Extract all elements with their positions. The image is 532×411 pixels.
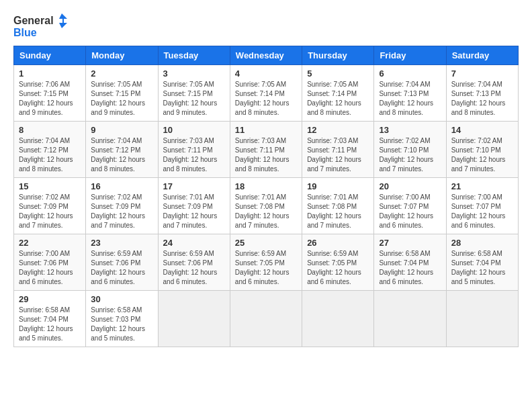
calendar-cell: 23Sunrise: 6:59 AMSunset: 7:06 PMDayligh… <box>86 234 158 290</box>
day-number: 29 <box>19 294 81 304</box>
calendar-cell: 22Sunrise: 7:00 AMSunset: 7:06 PMDayligh… <box>14 234 86 290</box>
calendar-cell: 24Sunrise: 6:59 AMSunset: 7:06 PMDayligh… <box>158 234 230 290</box>
day-info: Sunrise: 7:04 AMSunset: 7:13 PMDaylight:… <box>379 80 441 118</box>
calendar-cell: 19Sunrise: 7:01 AMSunset: 7:08 PMDayligh… <box>302 177 374 234</box>
calendar-cell: 13Sunrise: 7:02 AMSunset: 7:10 PMDayligh… <box>374 121 446 177</box>
day-info: Sunrise: 7:01 AMSunset: 7:08 PMDaylight:… <box>307 193 369 230</box>
day-number: 28 <box>451 238 513 248</box>
calendar-cell: 2Sunrise: 7:05 AMSunset: 7:15 PMDaylight… <box>86 64 158 121</box>
day-number: 27 <box>379 238 441 248</box>
day-number: 6 <box>379 68 441 79</box>
calendar-cell: 7Sunrise: 7:04 AMSunset: 7:13 PMDaylight… <box>446 64 518 121</box>
calendar-cell: 11Sunrise: 7:03 AMSunset: 7:11 PMDayligh… <box>230 121 302 177</box>
calendar-cell: 10Sunrise: 7:03 AMSunset: 7:11 PMDayligh… <box>158 121 230 177</box>
day-number: 4 <box>235 68 297 79</box>
day-number: 30 <box>91 294 152 304</box>
day-info: Sunrise: 6:59 AMSunset: 7:05 PMDaylight:… <box>307 249 369 287</box>
calendar-cell: 17Sunrise: 7:01 AMSunset: 7:09 PMDayligh… <box>158 177 230 234</box>
calendar-cell: 1Sunrise: 7:06 AMSunset: 7:15 PMDaylight… <box>14 64 86 121</box>
calendar-cell <box>374 290 446 347</box>
header-sunday: Sunday <box>14 46 86 64</box>
header-saturday: Saturday <box>446 46 518 64</box>
day-info: Sunrise: 7:04 AMSunset: 7:12 PMDaylight:… <box>19 136 81 174</box>
day-number: 17 <box>163 181 225 191</box>
day-number: 9 <box>91 125 152 135</box>
calendar-cell <box>230 290 302 347</box>
day-info: Sunrise: 7:04 AMSunset: 7:12 PMDaylight:… <box>91 136 152 174</box>
day-number: 12 <box>307 125 369 135</box>
day-info: Sunrise: 7:01 AMSunset: 7:08 PMDaylight:… <box>235 193 297 230</box>
calendar-cell: 15Sunrise: 7:02 AMSunset: 7:09 PMDayligh… <box>14 177 86 234</box>
day-info: Sunrise: 7:02 AMSunset: 7:10 PMDaylight:… <box>451 136 513 174</box>
day-info: Sunrise: 6:58 AMSunset: 7:03 PMDaylight:… <box>91 306 152 343</box>
calendar-cell: 4Sunrise: 7:05 AMSunset: 7:14 PMDaylight… <box>230 64 302 121</box>
day-info: Sunrise: 7:00 AMSunset: 7:07 PMDaylight:… <box>379 193 441 230</box>
logo-blue-text: Blue <box>13 27 67 39</box>
day-info: Sunrise: 6:59 AMSunset: 7:06 PMDaylight:… <box>91 249 152 287</box>
day-info: Sunrise: 7:03 AMSunset: 7:11 PMDaylight:… <box>307 136 369 174</box>
day-number: 15 <box>19 181 81 191</box>
day-info: Sunrise: 7:03 AMSunset: 7:11 PMDaylight:… <box>163 136 225 174</box>
day-info: Sunrise: 7:06 AMSunset: 7:15 PMDaylight:… <box>19 80 81 118</box>
calendar-cell: 29Sunrise: 6:58 AMSunset: 7:04 PMDayligh… <box>14 290 86 347</box>
day-info: Sunrise: 7:01 AMSunset: 7:09 PMDaylight:… <box>163 193 225 230</box>
day-number: 22 <box>19 238 81 248</box>
calendar-cell: 26Sunrise: 6:59 AMSunset: 7:05 PMDayligh… <box>302 234 374 290</box>
day-number: 20 <box>379 181 441 191</box>
calendar-cell: 30Sunrise: 6:58 AMSunset: 7:03 PMDayligh… <box>86 290 158 347</box>
calendar-week-row: 1Sunrise: 7:06 AMSunset: 7:15 PMDaylight… <box>14 64 519 121</box>
day-info: Sunrise: 7:02 AMSunset: 7:10 PMDaylight:… <box>379 136 441 174</box>
day-info: Sunrise: 7:02 AMSunset: 7:09 PMDaylight:… <box>19 193 81 230</box>
calendar-cell: 12Sunrise: 7:03 AMSunset: 7:11 PMDayligh… <box>302 121 374 177</box>
day-info: Sunrise: 7:05 AMSunset: 7:14 PMDaylight:… <box>307 80 369 118</box>
day-number: 18 <box>235 181 297 191</box>
day-number: 21 <box>451 181 513 191</box>
day-info: Sunrise: 6:58 AMSunset: 7:04 PMDaylight:… <box>379 249 441 287</box>
day-number: 24 <box>163 238 225 248</box>
day-number: 11 <box>235 125 297 135</box>
calendar-week-row: 8Sunrise: 7:04 AMSunset: 7:12 PMDaylight… <box>14 121 519 177</box>
calendar-cell: 9Sunrise: 7:04 AMSunset: 7:12 PMDaylight… <box>86 121 158 177</box>
day-info: Sunrise: 7:03 AMSunset: 7:11 PMDaylight:… <box>235 136 297 174</box>
calendar-week-row: 29Sunrise: 6:58 AMSunset: 7:04 PMDayligh… <box>14 290 519 347</box>
calendar-week-row: 15Sunrise: 7:02 AMSunset: 7:09 PMDayligh… <box>14 177 519 234</box>
calendar-cell: 25Sunrise: 6:59 AMSunset: 7:05 PMDayligh… <box>230 234 302 290</box>
header-monday: Monday <box>86 46 158 64</box>
calendar-cell: 27Sunrise: 6:58 AMSunset: 7:04 PMDayligh… <box>374 234 446 290</box>
day-info: Sunrise: 7:05 AMSunset: 7:15 PMDaylight:… <box>91 80 152 118</box>
calendar-cell: 28Sunrise: 6:58 AMSunset: 7:04 PMDayligh… <box>446 234 518 290</box>
calendar-cell: 8Sunrise: 7:04 AMSunset: 7:12 PMDaylight… <box>14 121 86 177</box>
calendar-cell <box>158 290 230 347</box>
day-info: Sunrise: 7:00 AMSunset: 7:07 PMDaylight:… <box>451 193 513 230</box>
day-number: 14 <box>451 125 513 135</box>
day-info: Sunrise: 7:00 AMSunset: 7:06 PMDaylight:… <box>19 249 81 287</box>
header-wednesday: Wednesday <box>230 46 302 64</box>
day-number: 8 <box>19 125 81 135</box>
header-friday: Friday <box>374 46 446 64</box>
day-number: 19 <box>307 181 369 191</box>
day-number: 26 <box>307 238 369 248</box>
day-number: 10 <box>163 125 225 135</box>
logo: General Blue <box>13 13 67 39</box>
calendar-cell: 3Sunrise: 7:05 AMSunset: 7:15 PMDaylight… <box>158 64 230 121</box>
calendar-cell: 21Sunrise: 7:00 AMSunset: 7:07 PMDayligh… <box>446 177 518 234</box>
day-info: Sunrise: 6:59 AMSunset: 7:05 PMDaylight:… <box>235 249 297 287</box>
day-info: Sunrise: 7:05 AMSunset: 7:14 PMDaylight:… <box>235 80 297 118</box>
calendar-cell: 14Sunrise: 7:02 AMSunset: 7:10 PMDayligh… <box>446 121 518 177</box>
day-info: Sunrise: 6:58 AMSunset: 7:04 PMDaylight:… <box>19 306 81 343</box>
weekday-header-row: Sunday Monday Tuesday Wednesday Thursday… <box>14 46 519 64</box>
calendar-cell: 18Sunrise: 7:01 AMSunset: 7:08 PMDayligh… <box>230 177 302 234</box>
page-header: General Blue <box>13 13 519 39</box>
calendar-cell: 16Sunrise: 7:02 AMSunset: 7:09 PMDayligh… <box>86 177 158 234</box>
day-number: 13 <box>379 125 441 135</box>
calendar-cell <box>446 290 518 347</box>
day-info: Sunrise: 6:59 AMSunset: 7:06 PMDaylight:… <box>163 249 225 287</box>
day-info: Sunrise: 7:04 AMSunset: 7:13 PMDaylight:… <box>451 80 513 118</box>
calendar-cell: 20Sunrise: 7:00 AMSunset: 7:07 PMDayligh… <box>374 177 446 234</box>
day-number: 1 <box>19 68 81 79</box>
day-number: 2 <box>91 68 152 79</box>
day-number: 16 <box>91 181 152 191</box>
day-info: Sunrise: 7:02 AMSunset: 7:09 PMDaylight:… <box>91 193 152 230</box>
header-thursday: Thursday <box>302 46 374 64</box>
calendar-cell <box>302 290 374 347</box>
